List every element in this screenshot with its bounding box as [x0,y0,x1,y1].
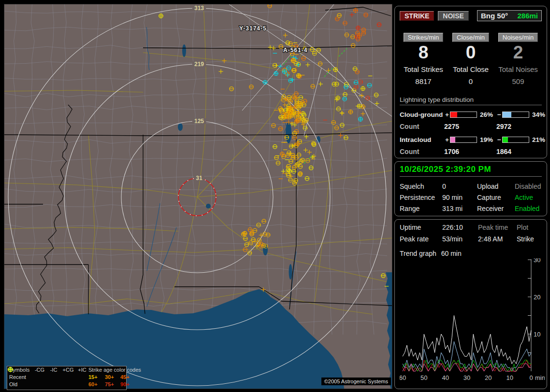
legend-old-label: Old [9,381,32,388]
close-per-min-chip: Close/min [452,33,489,42]
bearing-range: 286mi [517,12,538,20]
uptime-value: 226:10 [442,224,478,231]
squelch-value: 0 [442,182,477,190]
total-close-value: 0 [447,77,494,85]
age-code-90: 90+ [120,381,135,388]
svg-text:20: 20 [534,294,540,301]
pos-cg-percent: 26% [477,111,496,118]
range-label: Range [400,205,442,212]
receiver-label: Receiver [477,205,515,212]
peak-time-label: Peak time [478,224,517,231]
stats-panel: STRIKE NOISE Bng 50° 286mi Strikes/min 8… [394,6,547,158]
legend-neg-ic-header: -IC [47,366,60,374]
svg-text:31: 31 [196,175,203,182]
capture-label: Capture [477,194,515,201]
svg-text:219: 219 [194,61,204,68]
uptime-label: Uptime [400,224,442,231]
plot-value: Strike [517,235,549,243]
strikes-per-min-chip: Strikes/min [404,33,443,42]
upload-status: Disabled [515,182,550,190]
total-close-label: Total Close [447,65,494,73]
pos-cg-count: 2275 [444,123,496,130]
intracloud-counts: Count 1706 1864 [400,148,542,155]
total-noises-value: 509 [494,77,542,85]
age-code-75: 75+ [105,381,120,388]
intracloud-label: Intracloud [400,136,444,143]
copyright-notice: ©2005 Astrogenic Systems [321,378,391,385]
svg-text:A-561-4: A-561-4 [283,47,307,54]
neg-ic-percent: 21% [529,136,549,143]
persistence-value: 90 min [442,194,477,201]
total-strikes-label: Total Strikes [400,65,447,73]
age-code-15: 15+ [88,374,105,381]
peak-rate-value: 53/min [442,235,478,243]
trend-graph-label: Trend graph [400,250,436,257]
map-canvas: 31125219313Y-3174-5A-561-4 [4,4,392,389]
bearing-readout: Bng 50° 286mi [477,10,542,21]
cloud-ground-row: Cloud-ground + 26% − 34% [400,111,542,118]
total-noises-label: Total Noises [494,65,542,73]
noise-mode-button[interactable]: NOISE [438,11,469,21]
bearing-label: Bng 50° [481,12,508,20]
total-strikes-value: 8817 [400,77,447,85]
svg-text:60: 60 [400,374,406,381]
peak-rate-label: Peak rate [400,235,442,243]
squelch-label: Squelch [400,182,442,190]
trend-graph-window: 60 min [441,250,462,257]
legend-neg-cg-header: -CG [32,366,47,374]
strike-mode-button[interactable]: STRIKE [400,11,434,21]
svg-text:20: 20 [485,374,492,381]
cloud-ground-label: Cloud-ground [400,111,444,118]
svg-text:min: min [535,374,545,381]
legend-recent-label: Recent [9,374,32,381]
cloud-ground-counts: Count 2275 2972 [400,123,542,130]
neg-ic-count: 1864 [496,148,543,155]
plot-label: Plot [517,224,549,231]
svg-text:0: 0 [529,374,533,381]
svg-text:125: 125 [194,118,204,125]
age-code-30: 30+ [105,374,120,381]
noises-per-min-value: 2 [494,43,542,62]
pos-cg-bar [450,112,477,118]
uptime-trend-panel: Uptime 226:10 Peak time Plot Peak rate 5… [394,219,547,389]
persistence-label: Persistence [400,194,442,201]
datetime-display: 10/26/2025 2:39:20 PM [400,165,542,177]
peak-time-value: 2:48 AM [478,235,517,243]
strikes-column: Strikes/min 8 Total Strikes 8817 [400,33,447,85]
neg-cg-bar [502,112,529,118]
trend-graph: 1020306050403020100min [400,258,545,382]
pos-ic-percent: 19% [477,136,496,143]
svg-text:10: 10 [506,374,513,381]
svg-text:50: 50 [420,374,427,381]
neg-cg-count: 2972 [496,123,543,130]
pos-ic-bar [450,137,477,143]
range-value: 313 mi [442,205,477,212]
strikes-per-min-value: 8 [400,43,447,62]
time-settings-panel: 10/26/2025 2:39:20 PM Squelch 0 Upload D… [394,161,547,216]
age-code-45: 45+ [120,374,135,381]
legend-pos-ic-header: +IC [76,366,88,374]
pos-ic-count: 1706 [444,148,496,155]
svg-text:30: 30 [463,374,470,381]
noises-column: Noises/min 2 Total Noises 509 [494,33,542,85]
legend-age-header: Strike age color codes [88,366,135,374]
svg-text:Y-3174-5: Y-3174-5 [239,25,267,32]
neg-ic-bar [502,137,529,143]
svg-text:30: 30 [534,258,540,264]
lake-pontchartrain [13,340,46,350]
close-per-min-value: 0 [447,43,494,62]
nexstorm-window: 31125219313Y-3174-5A-561-4 Symbols -CG -… [0,0,550,392]
upload-label: Upload [477,182,515,190]
distribution-title: Lightning type distribution [400,96,542,105]
lightning-map[interactable]: 31125219313Y-3174-5A-561-4 Symbols -CG -… [4,4,392,389]
svg-text:40: 40 [442,374,449,381]
neg-cg-percent: 34% [529,111,549,118]
capture-status: Active [515,194,550,201]
age-code-60: 60+ [88,381,105,388]
intracloud-row: Intracloud + 19% − 21% [400,136,542,143]
strike-legend: Symbols -CG -IC +CG +IC Strike age color… [7,366,127,390]
svg-text:313: 313 [194,5,204,12]
receiver-status: Enabled [515,205,550,212]
legend-pos-cg-header: +CG [60,366,76,374]
close-column: Close/min 0 Total Close 0 [447,33,494,85]
